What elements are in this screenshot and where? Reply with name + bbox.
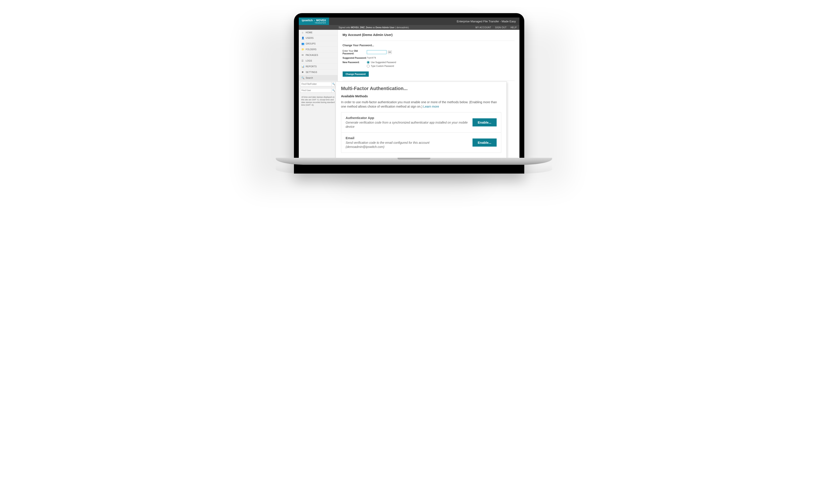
brand-text-b: MOVEit	[316, 19, 326, 22]
find-user-search: 🔍	[300, 88, 336, 93]
sidebar-item-label: SETTINGS	[306, 71, 317, 73]
status-paren: ( demoadmin).	[394, 26, 409, 29]
mfa-panel: Multi-Factor Authentication... Available…	[336, 82, 507, 158]
sidebar-item-packages[interactable]: ✉PACKAGES	[299, 52, 338, 58]
sidebar-item-label: HOME	[306, 31, 313, 34]
link-help[interactable]: HELP	[510, 26, 517, 29]
old-password-row: Enter Your Old Password: ⌨	[343, 50, 515, 55]
sidebar-item-reports[interactable]: 📊REPORTS	[299, 64, 338, 69]
suggested-password-value: 7qs87k	[367, 57, 376, 59]
nav-list: ⌂HOME 👤USERS 👥GROUPS 📁FOLDERS ✉PACKAGES …	[299, 30, 338, 81]
sidebar-item-folders[interactable]: 📁FOLDERS	[299, 47, 338, 52]
page-title: My Account (Demo Admin User)	[343, 33, 515, 37]
learn-more-link[interactable]: Learn more	[423, 105, 439, 108]
radio-use-label: Use Suggested Password	[371, 61, 396, 64]
mfa-desc-text: In order to use multi-factor authenticat…	[341, 100, 497, 108]
mfa-available-methods-heading: Available Methods	[341, 94, 501, 98]
mfa-method-text: Authenticator App Generate verification …	[346, 116, 469, 129]
status-prefix: Signed onto	[339, 26, 351, 29]
user-icon: 👤	[301, 37, 304, 39]
change-password-button[interactable]: Change Password	[343, 71, 369, 77]
mfa-method-detail: Send verification code to the email conf…	[346, 141, 469, 149]
laptop-base	[276, 158, 552, 165]
subbar-links: MY ACCOUNT SIGN OUT HELP	[476, 26, 517, 29]
laptop-frame: ipswitch › MOVEit TRANSFER Enterprise Ma…	[294, 13, 524, 174]
divider	[343, 81, 515, 81]
radio-use-suggested-input[interactable]	[367, 61, 370, 64]
signin-status: Signed onto MOVEit_DMZ_Demo as Demo Admi…	[301, 26, 476, 29]
new-pw-lbl-text: New Password:	[343, 61, 360, 64]
keyboard-icon[interactable]: ⌨	[388, 50, 392, 54]
status-as: as	[372, 26, 376, 29]
brand-logo: ipswitch › MOVEit TRANSFER	[299, 18, 329, 25]
sidebar-item-settings[interactable]: ✱SETTINGS	[299, 69, 338, 75]
sidebar-item-label: GROUPS	[306, 43, 316, 45]
link-my-account[interactable]: MY ACCOUNT	[476, 26, 491, 29]
subbar: Signed onto MOVEit_DMZ_Demo as Demo Admi…	[299, 25, 519, 30]
sidebar: ⌂HOME 👤USERS 👥GROUPS 📁FOLDERS ✉PACKAGES …	[299, 30, 338, 158]
sidebar-item-label: Search	[306, 77, 313, 79]
change-password-heading: Change Your Password...	[343, 44, 515, 47]
sidebar-item-label: LOGS	[306, 60, 312, 62]
laptop-reflection	[276, 165, 552, 174]
mfa-method-name: Authenticator App	[346, 116, 469, 120]
list-icon: ☰	[301, 59, 304, 62]
new-password-row: New Password: Use Suggested Password Typ…	[343, 61, 515, 68]
envelope-icon: ✉	[301, 54, 304, 57]
radio-type-custom[interactable]: Type Custom Password	[367, 65, 396, 67]
radio-custom-label: Type Custom Password	[371, 65, 394, 67]
topbar-title: Enterprise Managed File Transfer - Made …	[329, 20, 519, 23]
group-icon: 👥	[301, 42, 304, 45]
suggested-password-label: Suggested Password:	[343, 57, 367, 59]
enable-authenticator-button[interactable]: Enable...	[472, 118, 497, 126]
password-mode-options: Use Suggested Password Type Custom Passw…	[367, 61, 396, 68]
sidebar-item-label: PACKAGES	[306, 54, 318, 56]
old-password-label: Enter Your Old Password:	[343, 50, 367, 55]
suggested-lbl-text: Suggested Password:	[343, 57, 367, 59]
find-user-button[interactable]: 🔍	[331, 88, 336, 92]
new-password-label: New Password:	[343, 61, 367, 64]
home-icon: ⌂	[301, 31, 304, 34]
suggested-password-row: Suggested Password: 7qs87k	[343, 57, 515, 59]
sidebar-item-label: USERS	[306, 37, 314, 39]
find-file-button[interactable]: 🔍	[331, 82, 336, 86]
mfa-method-email: Email Send verification code to the emai…	[341, 132, 501, 153]
sidebar-item-logs[interactable]: ☰LOGS	[299, 58, 338, 64]
timezone-note: All time and date stamps displayed on th…	[299, 94, 338, 109]
find-file-input[interactable]	[300, 82, 331, 86]
chart-icon: 📊	[301, 65, 304, 68]
mfa-method-text: Email Send verification code to the emai…	[346, 136, 469, 149]
topbar: ipswitch › MOVEit TRANSFER Enterprise Ma…	[299, 18, 519, 25]
app-root: ipswitch › MOVEit TRANSFER Enterprise Ma…	[299, 18, 519, 158]
find-user-input[interactable]	[300, 88, 331, 92]
mfa-method-name: Email	[346, 136, 469, 140]
mfa-method-authenticator: Authenticator App Generate verification …	[341, 112, 501, 132]
screen: ipswitch › MOVEit TRANSFER Enterprise Ma…	[299, 18, 519, 158]
old-password-input[interactable]	[367, 50, 387, 54]
enable-email-button[interactable]: Enable...	[472, 138, 497, 147]
status-user: Demo Admin User	[376, 26, 394, 29]
sidebar-item-search[interactable]: 🔍Search	[299, 75, 338, 81]
sidebar-item-groups[interactable]: 👥GROUPS	[299, 41, 338, 47]
status-org: MOVEit_DMZ_Demo	[351, 26, 372, 29]
radio-type-custom-input[interactable]	[367, 65, 370, 67]
sidebar-item-users[interactable]: 👤USERS	[299, 35, 338, 41]
link-sign-out[interactable]: SIGN OUT	[495, 26, 506, 29]
mfa-panel-title: Multi-Factor Authentication...	[341, 86, 501, 91]
old-pw-a: Enter Your	[343, 50, 354, 52]
main-content: My Account (Demo Admin User) Change Your…	[338, 30, 519, 158]
find-file-search: 🔍	[300, 82, 336, 86]
sidebar-item-label: REPORTS	[306, 65, 317, 68]
body-row: ⌂HOME 👤USERS 👥GROUPS 📁FOLDERS ✉PACKAGES …	[299, 30, 519, 158]
mfa-description: In order to use multi-factor authenticat…	[341, 100, 501, 109]
mfa-method-list: Authenticator App Generate verification …	[341, 112, 501, 153]
radio-use-suggested[interactable]: Use Suggested Password	[367, 61, 396, 64]
search-icon: 🔍	[301, 76, 304, 79]
brand-chevron: ›	[313, 19, 316, 22]
gear-icon: ✱	[301, 71, 304, 74]
folder-icon: 📁	[301, 48, 304, 51]
brand-subtext: TRANSFER	[302, 22, 326, 24]
sidebar-item-home[interactable]: ⌂HOME	[299, 30, 338, 35]
brand-text-a: ipswitch	[302, 19, 313, 22]
sidebar-item-label: FOLDERS	[306, 48, 317, 51]
